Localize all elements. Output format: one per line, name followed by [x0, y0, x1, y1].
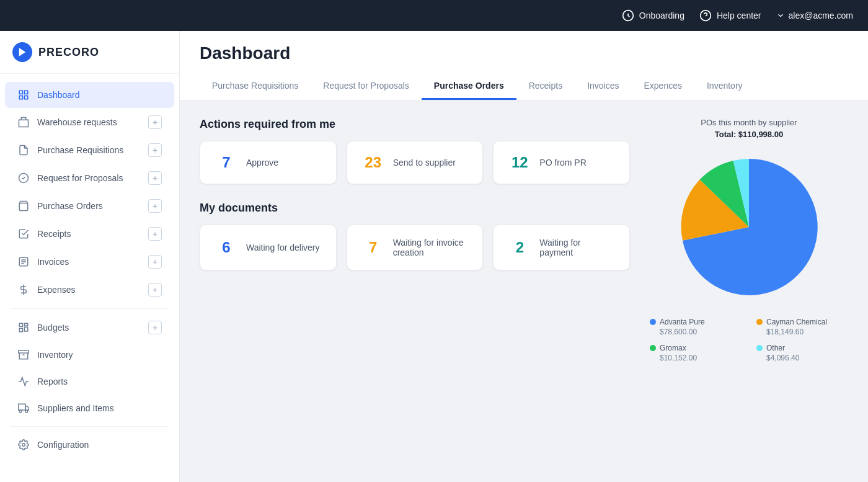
add-invoices-button[interactable]: + [148, 255, 162, 269]
sidebar-item-reports[interactable]: Reports [5, 368, 174, 395]
tab-invoices[interactable]: Invoices [575, 73, 631, 100]
svg-rect-6 [19, 96, 22, 99]
legend-item-advanta: Advanta Pure $78,600.00 [650, 318, 742, 336]
sidebar-item-label: Request for Proposals [37, 173, 123, 183]
svg-point-25 [25, 410, 28, 413]
invoices-icon [17, 256, 30, 268]
po-icon [17, 200, 30, 212]
sidebar-nav: Dashboard Warehouse requests + [0, 74, 179, 466]
svg-rect-5 [25, 91, 28, 94]
waiting-payment-card[interactable]: 2 Waiting for payment [493, 225, 630, 270]
rfp-icon [17, 172, 30, 184]
sidebar-item-dashboard[interactable]: Dashboard [5, 82, 174, 108]
tabs-bar: Purchase Requisitions Request for Propos… [200, 73, 848, 100]
svg-rect-18 [19, 329, 22, 332]
sidebar-item-expenses[interactable]: Expenses + [5, 276, 174, 303]
waiting-delivery-card[interactable]: 6 Waiting for delivery [200, 225, 337, 270]
waiting-delivery-count: 6 [215, 239, 237, 256]
help-label: Help center [717, 11, 761, 20]
sidebar-item-po[interactable]: Purchase Orders + [5, 192, 174, 220]
documents-cards-row: 6 Waiting for delivery 7 Waiting for inv… [200, 225, 630, 270]
legend-item-cayman: Cayman Chemical $18,149.60 [756, 318, 848, 336]
logo-text: PRECORO [38, 46, 99, 59]
sidebar-item-purchase-req[interactable]: Purchase Requisitions + [5, 136, 174, 164]
tab-pr[interactable]: Purchase Requisitions [200, 73, 311, 100]
sidebar-item-inventory[interactable]: Inventory [5, 342, 174, 368]
add-budgets-button[interactable]: + [148, 321, 162, 334]
svg-rect-16 [19, 323, 22, 326]
svg-rect-22 [19, 404, 25, 410]
tab-inventory[interactable]: Inventory [694, 73, 755, 100]
sidebar-item-label: Warehouse requests [37, 117, 117, 127]
svg-point-26 [22, 444, 25, 447]
waiting-payment-count: 2 [508, 239, 531, 256]
pie-chart [668, 146, 830, 308]
left-panels: Actions required from me 7 Approve 23 Se… [200, 118, 630, 465]
waiting-invoice-card[interactable]: 7 Waiting for invoice creation [347, 225, 484, 270]
gromax-value: $10,152.00 [650, 354, 742, 362]
sidebar-item-label: Inventory [37, 350, 73, 360]
svg-rect-20 [19, 350, 29, 353]
svg-rect-7 [25, 96, 28, 99]
logo-icon [12, 42, 32, 62]
chart-legend: Advanta Pure $78,600.00 Cayman Chemical … [650, 318, 848, 362]
add-pr-button[interactable]: + [148, 143, 162, 157]
advanta-value: $78,600.00 [650, 328, 742, 336]
chart-title: POs this month by supplier [701, 118, 797, 127]
po-from-pr-label: PO from PR [539, 158, 586, 167]
help-center-nav-item[interactable]: Help center [699, 9, 761, 22]
svg-rect-17 [25, 323, 28, 326]
approve-label: Approve [246, 158, 278, 167]
other-value: $4,096.40 [756, 354, 848, 362]
tab-po[interactable]: Purchase Orders [422, 73, 516, 100]
advanta-label: Advanta Pure [660, 318, 705, 326]
add-po-button[interactable]: + [148, 199, 162, 213]
tab-expenses[interactable]: Expences [632, 73, 694, 100]
send-supplier-count: 23 [362, 154, 384, 171]
add-expenses-button[interactable]: + [148, 283, 162, 297]
approve-count: 7 [215, 154, 237, 171]
sidebar-item-warehouse[interactable]: Warehouse requests + [5, 109, 174, 136]
user-email: alex@acme.com [789, 11, 853, 20]
page-title: Dashboard [200, 43, 848, 63]
sidebar-item-rfp[interactable]: Request for Proposals + [5, 164, 174, 192]
help-icon [699, 9, 712, 22]
user-menu[interactable]: alex@acme.com [776, 11, 853, 20]
advanta-dot [650, 319, 656, 325]
expenses-icon [17, 283, 30, 296]
onboarding-icon [622, 9, 634, 22]
documents-section-title: My documents [200, 202, 630, 215]
tab-receipts[interactable]: Receipts [516, 73, 575, 100]
onboarding-nav-item[interactable]: Onboarding [622, 9, 684, 22]
svg-rect-4 [19, 91, 22, 94]
sidebar-divider [10, 308, 169, 309]
sidebar-divider-2 [10, 426, 169, 427]
gromax-dot [650, 345, 656, 351]
main-layout: PRECORO Dashboard Warehouse requests [0, 31, 868, 482]
configuration-icon [17, 439, 30, 451]
warehouse-icon [17, 116, 30, 128]
sidebar-item-invoices[interactable]: Invoices + [5, 248, 174, 275]
add-warehouse-button[interactable]: + [148, 115, 162, 129]
main-content: Actions required from me 7 Approve 23 Se… [180, 100, 868, 482]
sidebar-item-label: Budgets [37, 323, 69, 332]
po-from-pr-card[interactable]: 12 PO from PR [493, 141, 630, 184]
other-label: Other [766, 344, 785, 352]
content-area: Dashboard Purchase Requisitions Request … [180, 31, 868, 482]
sidebar-item-configuration[interactable]: Configuration [5, 432, 174, 458]
sidebar-item-label: Purchase Requisitions [37, 145, 123, 155]
actions-section-title: Actions required from me [200, 118, 630, 131]
add-receipts-button[interactable]: + [148, 227, 162, 241]
add-rfp-button[interactable]: + [148, 171, 162, 185]
gromax-label: Gromax [660, 344, 686, 352]
sidebar-item-suppliers[interactable]: Suppliers and Items [5, 395, 174, 421]
svg-marker-3 [19, 48, 26, 56]
sidebar-item-label: Reports [37, 377, 68, 386]
send-supplier-card[interactable]: 23 Send to supplier [347, 141, 484, 184]
approve-card[interactable]: 7 Approve [200, 141, 337, 184]
budgets-icon [17, 321, 30, 334]
sidebar-item-budgets[interactable]: Budgets + [5, 314, 174, 341]
send-supplier-label: Send to supplier [393, 158, 456, 167]
sidebar-item-receipts[interactable]: Receipts + [5, 220, 174, 248]
tab-rfp[interactable]: Request for Proposals [311, 73, 422, 100]
